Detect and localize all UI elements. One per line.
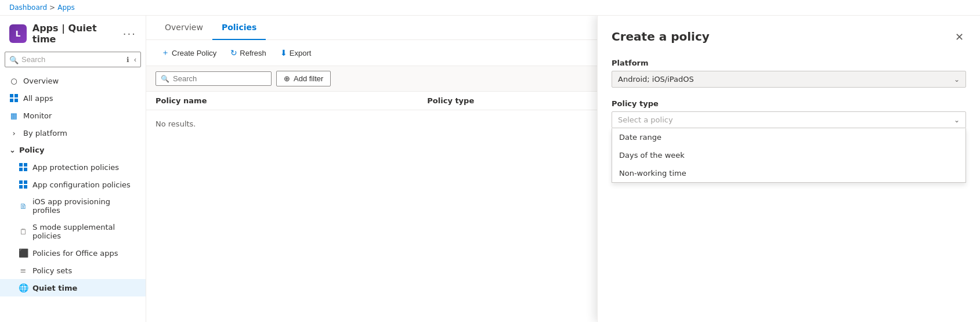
monitor-icon: ▦ [9,111,19,120]
sidebar-item-office-apps-label: Policies for Office apps [32,249,118,258]
app-header: L Apps | Quiet time ··· [0,16,146,49]
policy-select-placeholder: Select a policy [618,115,673,124]
table-search-input[interactable] [173,74,266,83]
platform-chevron-icon: ⌄ [954,75,960,84]
sidebar-item-quiet-time-label: Quiet time [32,284,77,292]
export-button[interactable]: ⬇ Export [274,45,317,60]
svg-rect-5 [24,163,27,167]
policy-sets-icon: ≡ [19,266,28,275]
breadcrumb-apps[interactable]: Apps [57,3,75,12]
policy-type-label: Policy type [612,99,966,108]
sidebar-item-monitor-label: Monitor [23,111,52,120]
table-search-field[interactable]: 🔍 [156,71,272,86]
panel-close-button[interactable]: ✕ [953,30,966,45]
dropdown-item-non-working-time[interactable]: Non-working time [612,164,965,182]
svg-rect-6 [19,168,23,171]
sidebar-item-policy-sets-label: Policy sets [32,266,72,275]
sidebar-item-all-apps-label: All apps [23,94,53,103]
search-collapse-button[interactable]: ‹ [133,56,138,64]
s-mode-icon: 🗒 [19,227,28,236]
svg-rect-7 [24,168,27,171]
tab-overview[interactable]: Overview [156,16,212,40]
sidebar-search-input[interactable] [5,52,141,67]
export-icon: ⬇ [280,48,287,57]
sidebar: L Apps | Quiet time ··· 🔍 ℹ ‹ ○ Overview [0,16,146,322]
svg-rect-3 [15,99,18,102]
app-title: Apps | Quiet time [32,23,117,45]
svg-rect-4 [19,163,23,167]
chevron-right-icon: › [9,128,19,138]
svg-rect-0 [10,94,13,97]
panel-header: Create a policy ✕ [612,30,966,45]
sidebar-item-ios-provisioning[interactable]: 🗎 iOS app provisioning profiles [0,193,146,219]
create-policy-button[interactable]: ＋ Create Policy [156,45,222,61]
breadcrumb-dashboard[interactable]: Dashboard [9,3,47,12]
sidebar-item-by-platform[interactable]: › By platform [0,124,146,142]
policy-section-label: Policy [19,146,45,154]
sidebar-item-office-apps[interactable]: ⬛ Policies for Office apps [0,244,146,262]
dropdown-item-days-of-week[interactable]: Days of the week [612,146,965,164]
filter-plus-icon: ⊕ [284,74,290,83]
policy-section-header[interactable]: ⌄ Policy [0,142,146,158]
quiet-time-icon: 🌐 [19,283,28,292]
policy-chevron-icon: ⌄ [9,146,16,154]
policy-type-select[interactable]: Select a policy ⌄ [612,111,966,128]
policy-type-dropdown: Date range Days of the week Non-working … [612,128,966,183]
app-more-button[interactable]: ··· [123,28,136,40]
grid-icon [9,93,19,103]
sidebar-item-quiet-time[interactable]: 🌐 Quiet time [0,279,146,296]
sidebar-item-policy-sets[interactable]: ≡ Policy sets [0,262,146,279]
add-filter-button[interactable]: ⊕ Add filter [276,71,331,86]
sidebar-item-overview[interactable]: ○ Overview [0,72,146,89]
platform-value: Android; iOS/iPadOS [618,75,694,84]
col-policy-name: Policy name [156,96,427,105]
search-controls: ℹ ‹ [125,56,138,64]
sidebar-item-app-protection[interactable]: App protection policies [0,158,146,176]
platform-select: Android; iOS/iPadOS ⌄ [612,71,966,88]
sidebar-item-overview-label: Overview [23,77,59,85]
refresh-button[interactable]: ↻ Refresh [225,45,272,60]
svg-rect-10 [19,185,23,189]
svg-rect-2 [10,99,13,102]
ios-prov-icon: 🗎 [19,201,28,211]
create-plus-icon: ＋ [161,48,169,58]
sidebar-item-s-mode[interactable]: 🗒 S mode supplemental policies [0,219,146,244]
tab-policies[interactable]: Policies [212,16,266,40]
panel-title: Create a policy [612,30,710,44]
sidebar-item-all-apps[interactable]: All apps [0,89,146,107]
overview-icon: ○ [9,76,19,85]
platform-label: Platform [612,59,966,67]
office-icon: ⬛ [19,248,28,258]
sidebar-item-monitor[interactable]: ▦ Monitor [0,107,146,124]
sidebar-item-app-protection-label: App protection policies [32,163,119,172]
app-icon: L [9,24,27,43]
policy-type-chevron-icon: ⌄ [954,116,960,124]
sidebar-item-by-platform-label: By platform [23,129,67,138]
dropdown-item-date-range[interactable]: Date range [612,128,965,146]
app-protection-icon [19,162,28,172]
search-info-button[interactable]: ℹ [125,56,131,64]
sidebar-item-app-config-label: App configuration policies [32,180,131,189]
svg-rect-8 [19,180,23,184]
search-icon: 🔍 [9,55,19,64]
svg-rect-11 [24,185,27,189]
table-search-icon: 🔍 [161,75,169,83]
sidebar-search-box: 🔍 ℹ ‹ [5,52,141,67]
app-config-icon [19,180,28,189]
sidebar-item-s-mode-label: S mode supplemental policies [32,223,136,240]
content-area: Overview Policies ＋ Create Policy ↻ Refr… [146,16,980,322]
breadcrumb-separator: > [49,3,55,12]
svg-rect-9 [24,180,27,184]
create-policy-panel: Create a policy ✕ Platform Android; iOS/… [597,16,980,322]
sidebar-item-ios-provisioning-label: iOS app provisioning profiles [32,197,136,215]
policy-type-field: Policy type Select a policy ⌄ Date range… [612,99,966,183]
refresh-icon: ↻ [230,48,237,57]
svg-rect-1 [15,94,18,97]
breadcrumb: Dashboard > Apps [0,0,980,16]
platform-field: Platform Android; iOS/iPadOS ⌄ [612,59,966,88]
sidebar-item-app-config[interactable]: App configuration policies [0,176,146,193]
